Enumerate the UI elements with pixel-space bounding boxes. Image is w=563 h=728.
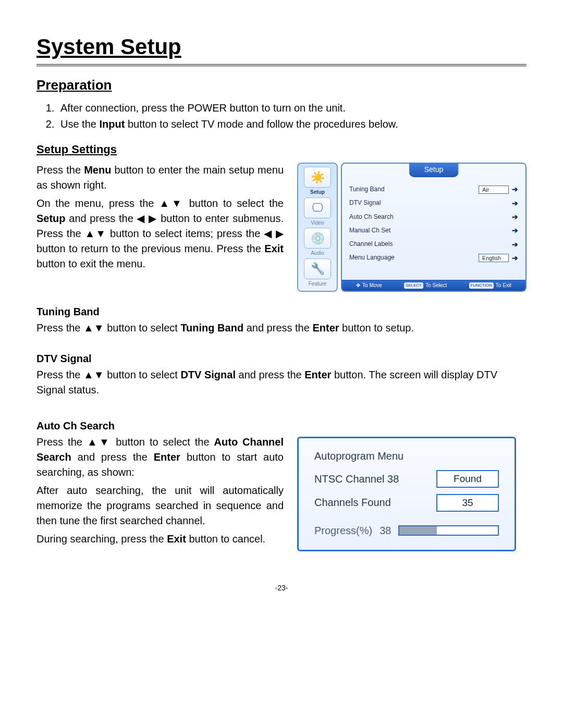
wrench-icon: 🔧: [304, 258, 331, 279]
osd-row-channel-labels[interactable]: Channel Labels ➔: [349, 238, 518, 251]
autoprogram-title: Autoprogram Menu: [314, 449, 499, 464]
gear-sun-icon: ☀️: [304, 167, 331, 188]
osd-footer: ✥To Move SELECTTo Select FUNCTIONTo Exit: [342, 280, 525, 291]
progress-bar: [398, 525, 499, 536]
arrow-right-icon: ➔: [512, 184, 518, 194]
arrow-right-icon: ➔: [512, 198, 518, 208]
osd-side-setup[interactable]: ☀️ Setup: [302, 167, 333, 196]
autoprogram-channel-label: NTSC Channel 38: [314, 472, 399, 487]
step-2: Use the Input button to select TV mode a…: [57, 117, 527, 132]
step-1: After connection, press the POWER button…: [57, 101, 527, 116]
intro-paragraph-1: Press the Menu button to enter the main …: [36, 163, 284, 193]
dpad-icon: ✥: [356, 282, 360, 290]
osd-footer-move: ✥To Move: [356, 282, 382, 290]
arrow-right-icon: ➔: [512, 212, 518, 222]
preparation-heading: Preparation: [36, 76, 527, 95]
auto-ch-search-heading: Auto Ch Search: [36, 418, 527, 434]
osd-row-menu-language[interactable]: Menu Language English➔: [349, 251, 518, 265]
osd-row-tuning-band[interactable]: Tuning Band Air➔: [349, 182, 518, 196]
step-2a: Use the: [60, 118, 99, 130]
osd-menu-language-value: English: [479, 254, 509, 262]
osd-row-manual-ch-set[interactable]: Manual Ch Set ➔: [349, 224, 518, 237]
page-number: -23-: [36, 583, 527, 593]
osd-footer-select: SELECTTo Select: [404, 282, 447, 290]
preparation-steps: After connection, press the POWER button…: [57, 101, 527, 132]
osd-sidebar: ☀️ Setup 🖵 Video 💿 Audio 🔧 Feature: [297, 163, 338, 292]
osd-row-auto-ch-search[interactable]: Auto Ch Search ➔: [349, 210, 518, 224]
setup-settings-heading: Setup Settings: [36, 141, 527, 158]
auto-ch-p1: Press the ▲▼ button to select the Auto C…: [36, 435, 284, 480]
tuning-band-text: Press the ▲▼ button to select Tuning Ban…: [36, 320, 527, 336]
auto-ch-p3: During searching, press the Exit button …: [36, 532, 284, 547]
monitor-icon: 🖵: [304, 198, 331, 218]
disc-icon: 💿: [304, 228, 331, 249]
autoprogram-progress-label: Progress(%): [314, 523, 372, 538]
autoprogram-found-label: Channels Found: [314, 495, 391, 510]
intro-paragraph-2: On the menu, press the ▲▼ button to sele…: [36, 196, 284, 272]
step-2c: button to select TV mode and follow the …: [125, 118, 398, 130]
osd-menu-list: Tuning Band Air➔ DTV Signal ➔ Auto Ch Se…: [342, 178, 525, 269]
osd-side-feature[interactable]: 🔧 Feature: [302, 258, 333, 288]
autoprogram-channel-status: Found: [436, 470, 499, 488]
autoprogram-progress-value: 38: [380, 523, 391, 538]
auto-ch-p2: After auto searching, the unit will auto…: [36, 483, 284, 528]
autoprogram-found-value: 35: [436, 494, 499, 512]
arrow-right-icon: ➔: [512, 253, 518, 263]
dtv-signal-text: Press the ▲▼ button to select DTV Signal…: [36, 367, 527, 398]
autoprogram-panel-wrapper: Autoprogram Menu NTSC Channel 38 Found C…: [297, 435, 527, 551]
osd-setup-screenshot: ☀️ Setup 🖵 Video 💿 Audio 🔧 Feature Setup…: [297, 163, 527, 292]
tuning-band-heading: Tuning Band: [36, 304, 527, 319]
arrow-right-icon: ➔: [512, 225, 518, 236]
osd-side-audio[interactable]: 💿 Audio: [302, 228, 333, 257]
autoprogram-found-row: Channels Found 35: [314, 494, 499, 512]
autoprogram-progress-row: Progress(%) 38: [314, 523, 499, 538]
progress-bar-fill: [399, 526, 437, 535]
osd-footer-exit: FUNCTIONTo Exit: [469, 282, 511, 290]
osd-side-video[interactable]: 🖵 Video: [302, 198, 333, 227]
page-title: System Setup: [36, 31, 527, 66]
osd-main-panel: Setup Tuning Band Air➔ DTV Signal ➔ Auto…: [341, 163, 527, 292]
autoprogram-panel: Autoprogram Menu NTSC Channel 38 Found C…: [297, 437, 516, 551]
step-2b: Input: [99, 118, 125, 130]
autoprogram-channel-row: NTSC Channel 38 Found: [314, 470, 499, 488]
dtv-signal-heading: DTV Signal: [36, 351, 527, 366]
osd-tuning-band-value: Air: [479, 186, 509, 194]
osd-panel-title: Setup: [409, 163, 459, 177]
arrow-right-icon: ➔: [512, 239, 518, 250]
osd-row-dtv-signal[interactable]: DTV Signal ➔: [349, 196, 518, 210]
